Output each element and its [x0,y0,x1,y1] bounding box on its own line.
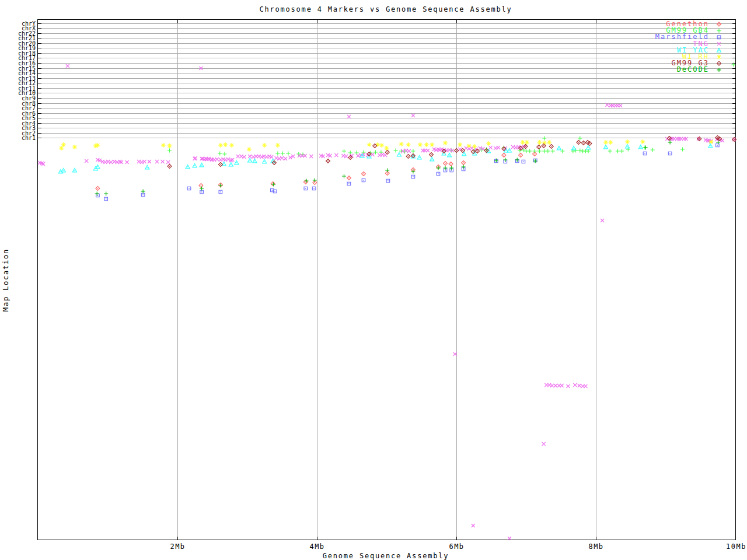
tng-marker [685,137,688,141]
tng-marker [148,160,151,163]
genethon-marker [462,161,466,165]
wi_yac-marker [61,168,65,172]
gm99_gb4-marker [537,149,542,153]
genethon-marker [519,153,523,158]
wi_rh-marker [640,139,645,144]
gm99_g3-marker [218,163,222,167]
wi_rh-marker [603,140,608,145]
wi_yac-marker [72,168,76,172]
tng-marker [453,352,457,356]
wi_rh-marker [385,146,389,150]
wi_rh-marker [59,146,64,150]
gm99_gb4-marker [374,150,378,155]
wi_rh-marker [72,145,77,149]
wi_rh-marker [61,142,66,147]
gm99_g3-marker [537,145,541,149]
genethon-marker [96,187,100,191]
wi_yac-marker [96,164,100,169]
gm99_g3-marker [385,150,389,155]
marshfield-marker [304,187,308,190]
tng-marker [143,160,146,163]
wi_yac-marker [708,144,713,148]
gm99_gb4-marker [680,148,685,152]
y-axis-label: Map Location [2,249,10,312]
tng-marker [248,155,252,158]
gm99_gb4-marker [546,149,550,153]
gm99_gb4-marker [394,149,398,153]
legend-marker-wi_rh [717,55,721,60]
wi_yac-marker [448,153,452,157]
wi_yac-marker [263,159,267,163]
tng-marker [284,157,287,160]
decode-marker [385,169,389,173]
gm99_g3-marker [326,159,330,163]
wi_yac-marker [638,145,643,149]
wi_rh-marker [472,144,477,149]
wi_yac-marker [507,148,511,152]
wi_rh-marker [467,144,472,148]
gm99_gb4-marker [218,152,222,156]
wi_rh-marker [625,139,630,144]
gm99_g3-marker [542,144,546,148]
x-tick-label-4Mb: 4Mb [309,542,324,551]
wi_rh-marker [218,143,223,148]
wi_rh-marker [167,144,172,148]
plot-area: chrYchrXchr22chr21chr20chr19chr18chr17ch… [0,0,747,560]
wi_yac-marker [193,163,197,167]
wi_yac-marker [235,160,239,164]
tng-marker [601,219,604,222]
gm99_gb4-marker [578,136,582,141]
gm99_gb4-marker [620,149,624,153]
wi_rh-marker [443,141,448,145]
wi_yac-marker [587,145,591,149]
wi_rh-marker [247,147,252,152]
tng-marker [619,104,622,107]
marshfield-marker [362,178,365,182]
wi_yac-marker [200,163,204,167]
wi_rh-marker [223,142,228,147]
wi_yac-marker [397,152,401,156]
wi_rh-marker [424,142,429,147]
marshfield-marker [411,175,415,178]
gm99_g3-marker [697,137,701,141]
tng-marker [280,156,284,160]
decode-marker [104,192,108,196]
wi_rh-marker [525,140,529,145]
marshfield-marker [386,179,390,183]
wi_yac-marker [557,146,561,150]
legend-marker-tng [717,42,721,46]
tng-marker [573,383,577,387]
wi_yac-marker [626,144,630,148]
tng-marker [383,153,387,157]
marshfield-marker [312,187,316,190]
marshfield-marker [716,144,720,147]
gm99_gb4-marker [342,149,346,153]
wi_rh-marker [229,143,234,148]
marshfield-marker [200,190,204,194]
gm99_gb4-marker [411,149,415,153]
chart-title: Chromosome 4 Markers vs Genome Sequence … [36,5,735,13]
legend-marker-genethon [717,22,721,26]
gm99_gb4-marker [223,152,227,156]
tng-marker [309,155,313,158]
tng-marker [243,155,246,159]
x-tick-label-2Mb: 2Mb [170,542,185,551]
tng-marker [578,384,581,387]
wi_yac-marker [603,145,608,149]
wi_rh-marker [161,143,166,148]
legend-marker-wi_yac [717,48,721,52]
x-tick-label-10Mb: 10Mb [726,542,746,551]
tng-marker [560,384,564,387]
genethon-marker [271,182,275,186]
gm99_gb4-marker [533,149,537,153]
x-axis-label: Genome Sequence Assembly [36,552,735,560]
genethon-marker [449,162,453,166]
legend-label-decode: DeCODE [677,65,709,74]
x-tick-label-6Mb: 6Mb [449,542,464,551]
tng-marker [567,384,570,388]
tng-marker [371,153,375,156]
wi_yac-marker [222,162,226,166]
plot-border [38,20,736,540]
genethon-marker [199,184,203,188]
tng-marker [109,160,113,164]
